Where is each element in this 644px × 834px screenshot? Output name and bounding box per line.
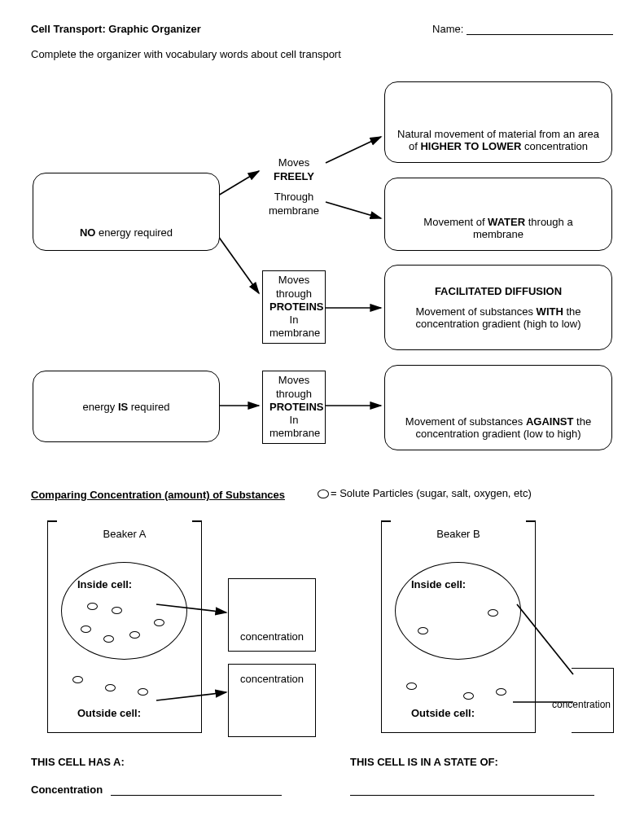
facilitated-diffusion-box: FACILITATED DIFFUSION Movement of substa… <box>384 265 612 350</box>
diffusion-def-box: Natural movement of material from an are… <box>384 81 612 163</box>
svg-line-3 <box>326 202 381 218</box>
beaker-b-label: Beaker B <box>382 528 535 540</box>
section2-heading-row: Comparing Concentration (amount) of Subs… <box>31 489 285 501</box>
beaker-b-concentration-label: concentration <box>552 699 611 710</box>
proteins-box-2: Moves through PROTEINS In membrane <box>262 371 326 444</box>
header-row: Cell Transport: Graphic Organizer Name: <box>31 23 613 35</box>
moves-freely-label: Moves FREELY <box>265 156 322 184</box>
osmosis-def-box: Movement of WATER through a membrane <box>384 178 612 251</box>
svg-line-1 <box>218 236 259 293</box>
cell-state-of-label: THIS CELL IS IN A STATE OF: <box>350 756 498 768</box>
beaker-a-inside-answer[interactable]: concentration <box>228 578 316 652</box>
inside-cell-a-label: Inside cell: <box>77 578 132 590</box>
beaker-a-cell <box>61 562 187 660</box>
instruction-text: Complete the organizer with vocabulary w… <box>31 48 613 60</box>
cell-has-a-label: THIS CELL HAS A: <box>31 756 125 768</box>
beaker-b-cell <box>395 562 521 660</box>
svg-line-2 <box>326 137 381 163</box>
comparing-heading: Comparing Concentration (amount) of Subs… <box>31 489 285 501</box>
state-fill-line[interactable] <box>350 784 594 796</box>
outside-cell-a-label: Outside cell: <box>77 707 141 719</box>
beaker-b: Beaker B Inside cell: Outside cell: <box>381 521 536 733</box>
active-transport-box: Movement of substances AGAINST the conce… <box>384 365 612 450</box>
outside-cell-b-label: Outside cell: <box>411 707 475 719</box>
name-field: Name: <box>432 23 613 35</box>
page-title: Cell Transport: Graphic Organizer <box>31 23 201 35</box>
beaker-a: Beaker A Inside cell: Outside cell: <box>47 521 202 733</box>
legend: = Solute Particles (sugar, salt, oxygen,… <box>318 487 532 499</box>
proteins-box-1: Moves through PROTEINS In membrane <box>262 270 326 344</box>
is-energy-text: energy IS required <box>42 401 211 413</box>
concentration-fill-line[interactable]: Concentration <box>31 784 282 796</box>
no-energy-text: NO energy required <box>42 226 211 239</box>
beaker-a-outside-answer[interactable]: concentration <box>228 664 316 737</box>
through-membrane-label: Through membrane <box>262 191 326 218</box>
particle-icon <box>318 489 329 498</box>
inside-cell-b-label: Inside cell: <box>411 578 466 590</box>
no-energy-box: NO energy required <box>33 173 220 251</box>
beaker-a-label: Beaker A <box>48 528 201 540</box>
svg-line-0 <box>218 171 259 195</box>
is-energy-box: energy IS required <box>33 371 220 442</box>
